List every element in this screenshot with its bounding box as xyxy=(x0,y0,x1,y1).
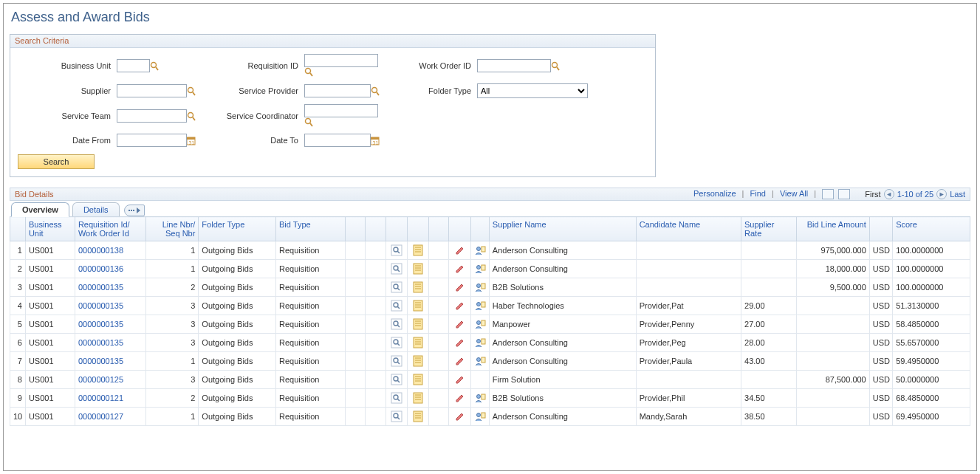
work-order-id-input[interactable] xyxy=(477,59,551,72)
contact-card-icon[interactable] xyxy=(474,318,486,330)
view-details-icon[interactable] xyxy=(391,244,402,256)
view-details-icon[interactable] xyxy=(391,374,402,385)
col-supplier-rate[interactable]: Supplier Rate xyxy=(741,217,797,241)
contact-card-icon[interactable] xyxy=(474,244,486,256)
download-grid-icon[interactable] xyxy=(838,189,850,199)
view-details-icon[interactable] xyxy=(391,263,402,275)
worksheet-icon[interactable] xyxy=(412,355,424,367)
col-bid-type[interactable]: Bid Type xyxy=(276,217,346,241)
col-score[interactable]: Score xyxy=(893,217,970,241)
folder-type-select[interactable]: All xyxy=(477,83,588,98)
edit-icon[interactable] xyxy=(454,337,466,348)
view-details-icon[interactable] xyxy=(391,392,402,404)
svg-point-62 xyxy=(476,303,480,306)
edit-icon[interactable] xyxy=(454,374,466,385)
personalize-link[interactable]: Personalize xyxy=(693,189,736,198)
view-details-icon[interactable] xyxy=(391,355,402,367)
tab-bar: Overview Details xyxy=(10,202,970,216)
col-supplier-name[interactable]: Supplier Name xyxy=(489,217,636,241)
lookup-icon[interactable] xyxy=(551,61,560,72)
req-link[interactable]: 0000000136 xyxy=(78,264,123,273)
req-link[interactable]: 0000000135 xyxy=(78,301,123,310)
contact-card-icon[interactable] xyxy=(474,411,486,422)
view-details-icon[interactable] xyxy=(391,411,402,422)
view-details-icon[interactable] xyxy=(391,300,402,312)
lookup-icon[interactable] xyxy=(304,117,313,128)
service-team-input[interactable] xyxy=(117,109,187,123)
col-bid-line-amount[interactable]: Bid Line Amount xyxy=(797,217,869,241)
col-folder-type[interactable]: Folder Type xyxy=(199,217,276,241)
req-link[interactable]: 0000000138 xyxy=(78,246,123,255)
edit-icon[interactable] xyxy=(454,244,466,256)
worksheet-icon[interactable] xyxy=(412,300,424,312)
nav-first[interactable]: First xyxy=(865,190,880,199)
edit-icon[interactable] xyxy=(454,392,466,404)
lookup-icon[interactable] xyxy=(187,86,196,97)
req-link[interactable]: 0000000127 xyxy=(78,412,123,421)
find-link[interactable]: Find xyxy=(750,189,766,198)
contact-card-icon[interactable] xyxy=(474,392,486,404)
view-all-link[interactable]: View All xyxy=(780,189,808,198)
edit-icon[interactable] xyxy=(454,300,466,312)
calendar-icon[interactable]: 31 xyxy=(187,136,196,146)
search-button[interactable]: Search xyxy=(18,154,95,169)
lookup-icon[interactable] xyxy=(187,111,196,122)
worksheet-icon[interactable] xyxy=(412,318,424,330)
worksheet-icon[interactable] xyxy=(412,281,424,293)
view-details-icon[interactable] xyxy=(391,318,402,330)
search-criteria-group: Search Criteria Business Unit Requisitio… xyxy=(10,34,656,177)
service-provider-input[interactable] xyxy=(304,84,371,97)
calendar-icon[interactable]: 31 xyxy=(371,136,380,146)
col-req-wo[interactable]: Requisition Id/ Work Order Id xyxy=(75,217,145,241)
requisition-id-input[interactable] xyxy=(304,54,378,67)
edit-icon[interactable] xyxy=(454,263,466,275)
edit-icon[interactable] xyxy=(454,281,466,293)
contact-card-icon[interactable] xyxy=(474,300,486,312)
worksheet-icon[interactable] xyxy=(412,392,424,404)
req-link[interactable]: 0000000135 xyxy=(78,283,123,292)
contact-card-icon[interactable] xyxy=(474,281,486,293)
col-candidate-name[interactable]: Candidate Name xyxy=(636,217,741,241)
col-line-seq[interactable]: Line Nbr/ Seq Nbr xyxy=(146,217,199,241)
bid-grid: Business Unit Requisition Id/ Work Order… xyxy=(10,216,970,426)
worksheet-icon[interactable] xyxy=(412,337,424,348)
zoom-grid-icon[interactable] xyxy=(822,189,834,199)
req-link[interactable]: 0000000135 xyxy=(78,320,123,329)
lookup-icon[interactable] xyxy=(371,86,380,97)
req-link[interactable]: 0000000125 xyxy=(78,375,123,384)
worksheet-icon[interactable] xyxy=(412,244,424,256)
req-link[interactable]: 0000000121 xyxy=(78,394,123,402)
edit-icon[interactable] xyxy=(454,411,466,422)
col-business-unit[interactable]: Business Unit xyxy=(25,217,75,241)
tab-show-all-icon[interactable] xyxy=(124,205,145,216)
business-unit-input[interactable] xyxy=(117,59,150,72)
tab-overview[interactable]: Overview xyxy=(11,202,69,216)
contact-card-icon[interactable] xyxy=(474,355,486,367)
cell-folder-type: Outgoing Bids xyxy=(199,278,276,297)
view-details-icon[interactable] xyxy=(391,281,402,293)
view-details-icon[interactable] xyxy=(391,337,402,348)
lookup-icon[interactable] xyxy=(150,61,159,72)
nav-range[interactable]: 1-10 of 25 xyxy=(897,190,934,199)
edit-icon[interactable] xyxy=(454,355,466,367)
cell-rownum: 10 xyxy=(10,408,26,426)
supplier-input[interactable] xyxy=(117,84,187,97)
worksheet-icon[interactable] xyxy=(412,411,424,422)
lookup-icon[interactable] xyxy=(304,67,313,78)
nav-last[interactable]: Last xyxy=(950,190,965,199)
req-link[interactable]: 0000000135 xyxy=(78,338,123,347)
date-from-input[interactable] xyxy=(117,134,187,147)
edit-icon[interactable] xyxy=(454,318,466,330)
cell-score: 50.0000000 xyxy=(893,371,970,389)
date-to-input[interactable] xyxy=(304,134,371,147)
tab-details[interactable]: Details xyxy=(72,202,120,216)
contact-card-icon[interactable] xyxy=(474,337,486,348)
nav-prev-icon[interactable]: ◄ xyxy=(884,189,894,199)
cell-bid-line-amount: 9,500.000 xyxy=(797,278,869,297)
nav-next-icon[interactable]: ► xyxy=(936,189,947,199)
req-link[interactable]: 0000000135 xyxy=(78,357,123,365)
worksheet-icon[interactable] xyxy=(412,263,424,275)
worksheet-icon[interactable] xyxy=(412,374,424,385)
contact-card-icon[interactable] xyxy=(474,263,486,275)
service-coordinator-input[interactable] xyxy=(304,104,378,117)
